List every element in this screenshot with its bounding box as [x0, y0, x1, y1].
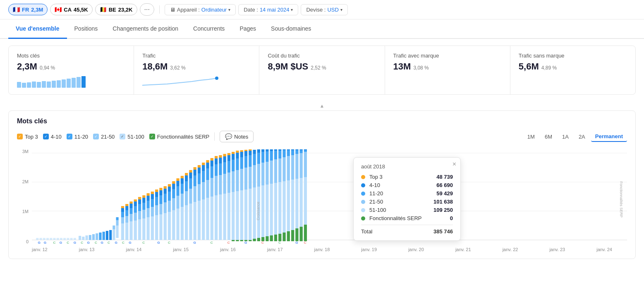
svg-rect-32	[121, 223, 124, 240]
svg-rect-39	[125, 210, 128, 216]
svg-rect-119	[194, 175, 196, 186]
svg-rect-173	[240, 169, 243, 190]
legend-11-20[interactable]: ✓ 11-20	[67, 134, 88, 140]
tab-changements[interactable]: Changements de position	[105, 19, 186, 39]
tab-sousdomaines[interactable]: Sous-domaines	[263, 19, 318, 39]
stat-motscles: Mots clés 2,3M 0,94 %	[9, 46, 134, 94]
device-filter-btn[interactable]: 🖥 Appareil : Ordinateur ▾	[165, 4, 236, 15]
stat-trafic: Trafic 18,6M 3,62 %	[134, 46, 259, 94]
svg-rect-21	[92, 234, 95, 240]
svg-rect-117	[194, 202, 196, 240]
svg-rect-250	[300, 149, 303, 150]
svg-rect-179	[244, 156, 247, 168]
more-countries-btn[interactable]: ···	[140, 3, 154, 16]
tab-positions[interactable]: Positions	[67, 19, 105, 39]
country-fr-btn[interactable]: 🇫🇷 FR 2,3M	[8, 4, 48, 15]
tooltip-dot-51-100	[361, 208, 365, 212]
legend-4-10[interactable]: ✓ 4-10	[43, 134, 62, 140]
legend-21-50[interactable]: ✓ 21-50	[93, 134, 115, 140]
svg-rect-191	[249, 240, 251, 241]
tab-vue-densemble[interactable]: Vue d'ensemble	[8, 19, 67, 39]
svg-rect-59	[142, 203, 145, 210]
fr-flag: 🇫🇷	[13, 6, 20, 13]
time-btn-1m[interactable]: 1M	[523, 132, 539, 142]
bars-phase5	[232, 149, 307, 241]
svg-rect-253	[304, 152, 307, 177]
svg-rect-55	[138, 199, 141, 204]
svg-rect-112	[189, 204, 192, 240]
svg-rect-147	[219, 194, 222, 240]
svg-rect-6	[40, 238, 42, 240]
svg-rect-249	[300, 150, 303, 153]
svg-rect-87	[168, 212, 171, 240]
legend-51-100-label: 51-100	[127, 134, 144, 140]
svg-rect-243	[295, 154, 298, 179]
svg-rect-180	[244, 151, 247, 156]
stat-trafic-sans-marque-change: 4,89 %	[541, 65, 557, 71]
time-btn-2a[interactable]: 2A	[575, 132, 589, 142]
svg-text:C: C	[67, 241, 69, 244]
algo-markers: G G C G C G C G C G C G C G C G C	[38, 241, 306, 244]
svg-rect-148	[219, 175, 222, 194]
svg-rect-238	[291, 155, 294, 180]
bars-phase2	[79, 217, 119, 240]
svg-rect-192	[253, 187, 256, 240]
country-ca-btn[interactable]: 🇨🇦 CA 45,5K	[50, 4, 92, 15]
legend-51-100[interactable]: ✓ 51-100	[120, 134, 144, 140]
svg-rect-235	[287, 149, 290, 150]
svg-rect-124	[198, 173, 201, 184]
x-axis-labels: janv. 12 janv. 13 janv. 14 janv. 15 janv…	[17, 245, 627, 252]
svg-rect-88	[168, 201, 171, 212]
x-label-jan23: janv. 23	[549, 247, 565, 252]
svg-rect-164	[232, 160, 235, 171]
svg-rect-49	[134, 206, 137, 213]
svg-rect-163	[232, 171, 235, 192]
svg-rect-202	[261, 185, 264, 240]
svg-rect-19	[86, 235, 88, 240]
svg-rect-9	[50, 238, 52, 240]
svg-text:C: C	[261, 241, 264, 244]
svg-rect-201	[257, 238, 260, 241]
svg-rect-41	[125, 204, 128, 206]
tooltip-label-51-100: 51-100	[369, 207, 424, 213]
currency-label: Devise :	[306, 7, 326, 13]
be-label: BE	[109, 7, 116, 13]
tab-concurrents[interactable]: Concurrents	[186, 19, 232, 39]
svg-rect-241	[291, 230, 294, 241]
stat-trafic-sans-marque: Trafic sans marque 5,6M 4,89 %	[510, 46, 635, 94]
tooltip-dot-serp	[361, 216, 365, 221]
svg-rect-239	[291, 150, 294, 155]
svg-rect-20	[89, 235, 91, 240]
notes-button[interactable]: 💬 Notes	[220, 131, 254, 142]
stat-trafic-marque-label: Trafic avec marque	[393, 53, 502, 59]
legend-serp[interactable]: ✓ Fonctionnalités SERP	[149, 134, 209, 140]
svg-rect-224	[278, 151, 281, 158]
nav-tabs: Vue d'ensemble Positions Changements de …	[0, 19, 644, 39]
country-be-btn[interactable]: 🇧🇪 BE 23,2K	[95, 4, 137, 15]
svg-rect-5	[36, 238, 38, 240]
stat-trafic-chart	[142, 76, 251, 88]
x-label-jan20: janv. 20	[408, 247, 424, 252]
tab-pages[interactable]: Pages	[232, 19, 263, 39]
device-label: Appareil :	[177, 7, 200, 13]
svg-text:C: C	[278, 241, 281, 244]
x-label-jan14: janv. 14	[126, 247, 142, 252]
date-filter-btn[interactable]: Date : 14 mai 2024 ▾	[238, 4, 298, 15]
legend-21-50-label: 21-50	[101, 134, 115, 140]
legend-top3[interactable]: ✓ Top 3	[17, 134, 38, 140]
svg-rect-68	[151, 207, 154, 216]
serp-right-label-container: Fonctionnalités SERP	[619, 149, 627, 245]
legend-11-20-label: 11-20	[74, 134, 88, 140]
svg-rect-135	[206, 163, 209, 168]
svg-rect-251	[300, 227, 303, 241]
collapse-arrow[interactable]: ▲	[0, 101, 644, 110]
svg-rect-17	[79, 236, 81, 240]
time-btn-permanent[interactable]: Permanent	[591, 132, 627, 142]
svg-text:C: C	[168, 241, 170, 244]
time-btn-1a[interactable]: 1A	[558, 132, 573, 142]
svg-text:C: C	[53, 241, 55, 244]
time-btn-6m[interactable]: 6M	[541, 132, 556, 142]
currency-filter-btn[interactable]: Devise : USD ▾	[301, 4, 347, 15]
tooltip-close-btn[interactable]: ×	[452, 161, 456, 168]
svg-rect-40	[125, 206, 128, 210]
